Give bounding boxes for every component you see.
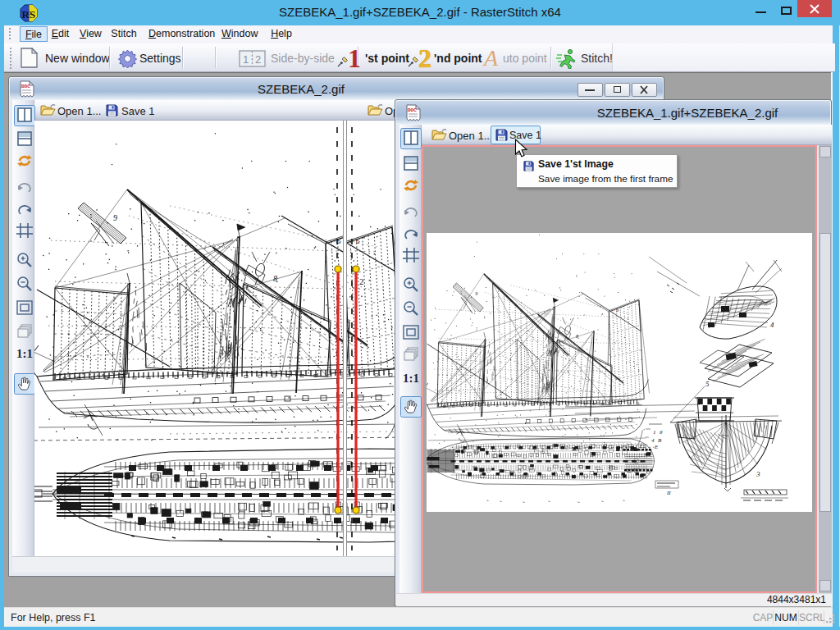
svg-text:DOC: DOC <box>408 107 417 113</box>
svg-text:1: 1 <box>653 429 656 436</box>
svg-text:4: 4 <box>651 437 655 444</box>
svg-text:1:1: 1:1 <box>16 347 33 360</box>
svg-text:θ: θ <box>660 429 663 436</box>
svg-text:4: 4 <box>770 321 774 329</box>
svg-text:1: 1 <box>243 53 249 66</box>
svg-text:5: 5 <box>705 380 710 388</box>
svg-text:2: 2 <box>255 53 261 66</box>
svg-text:R: R <box>22 8 30 21</box>
svg-text:3: 3 <box>756 470 760 478</box>
svg-text:II: II <box>666 490 671 496</box>
svg-text:E: E <box>654 444 659 450</box>
svg-text:1:1: 1:1 <box>403 372 419 385</box>
svg-text:DOC: DOC <box>21 84 30 89</box>
svg-text:B: B <box>658 437 662 444</box>
svg-text:S: S <box>30 8 35 21</box>
svg-text:2: 2 <box>359 276 364 286</box>
